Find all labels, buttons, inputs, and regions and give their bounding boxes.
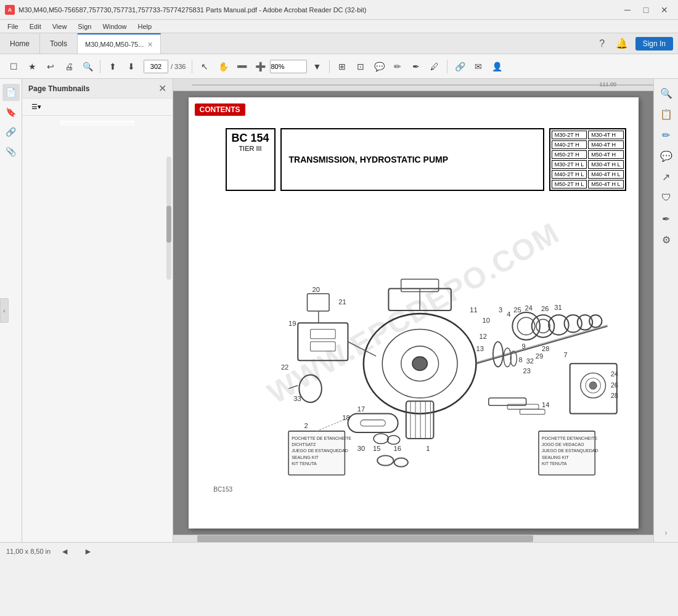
svg-rect-90 <box>360 420 385 426</box>
rp-export-icon[interactable]: ↗ <box>657 168 676 186</box>
model-m50-4thl: M50-4T H L <box>588 180 623 188</box>
user-button[interactable]: 👤 <box>488 58 505 75</box>
thumbnail-view-button[interactable]: ☰▾ <box>27 101 46 113</box>
expand-panel-handle[interactable]: › <box>665 529 668 537</box>
rp-accessibility-icon[interactable]: ✒ <box>657 209 676 228</box>
zoom-menu-button[interactable]: ▼ <box>308 58 325 75</box>
svg-text:29: 29 <box>535 352 542 360</box>
prev-page-button[interactable]: ⬆ <box>104 58 121 75</box>
fit-button[interactable]: ⊡ <box>352 58 369 75</box>
rp-comment-icon[interactable]: 💬 <box>657 147 676 165</box>
rp-tools-icon[interactable]: ⚙ <box>657 230 676 249</box>
svg-rect-101 <box>507 404 539 409</box>
pdf-page: WWW.EPCDEPO.COM CONTENTS BC 154 TIER III… <box>189 97 639 529</box>
notification-icon[interactable]: 🔔 <box>616 38 628 50</box>
thumb-img-299 <box>60 121 134 126</box>
svg-text:1: 1 <box>426 445 430 452</box>
svg-text:SEALING KIT: SEALING KIT <box>542 455 569 460</box>
svg-text:10: 10 <box>482 317 489 324</box>
help-icon[interactable]: ? <box>596 38 608 50</box>
menu-help[interactable]: Help <box>133 22 157 31</box>
svg-text:19: 19 <box>288 320 296 327</box>
svg-rect-26 <box>310 342 335 351</box>
email-button[interactable]: ✉ <box>470 58 487 75</box>
ruler-horizontal: 111.00 for(let i=0;i<50;i++){ document.c… <box>173 79 653 91</box>
toolbar: ☐ ★ ↩ 🖨 🔍 ⬆ ⬇ / 336 ↖ ✋ ➖ ➕ ▼ ⊞ ⊡ 💬 ✏ ✒ … <box>0 54 678 79</box>
bookmarks-icon[interactable]: 🔖 <box>2 103 20 121</box>
window-controls[interactable]: ─ □ ✕ <box>619 4 673 16</box>
rp-zoom-icon[interactable]: 🔍 <box>657 84 676 102</box>
tab-tools[interactable]: Tools <box>40 33 78 54</box>
window-title: M30,M40,M50-756587,757730,757731,757733-… <box>18 6 366 14</box>
stamp-button[interactable]: 🖊 <box>426 58 443 75</box>
mini-lines-299 <box>62 122 133 126</box>
tab-home[interactable]: Home <box>0 33 40 54</box>
tab-bar-right: ? 🔔 Sign In <box>596 33 678 54</box>
zoom-out-tool[interactable]: ➖ <box>233 58 250 75</box>
links-icon[interactable]: 🔗 <box>2 123 20 140</box>
svg-text:31: 31 <box>554 304 562 311</box>
close-tab-button[interactable]: × <box>147 39 152 49</box>
menu-sign[interactable]: Sign <box>73 22 96 31</box>
model-m40-4thl: M40-4T H L <box>588 170 623 179</box>
back-button[interactable]: ↩ <box>42 58 59 75</box>
svg-text:24: 24 <box>525 304 532 312</box>
zoom-in-tool[interactable]: ➕ <box>251 58 269 75</box>
svg-text:JUEGO DE ESTANQUEDAD: JUEGO DE ESTANQUEDAD <box>292 448 348 453</box>
attachments-icon[interactable]: 📎 <box>2 143 20 160</box>
print-button[interactable]: 🖨 <box>60 58 78 75</box>
share-button[interactable]: 🔗 <box>451 58 468 75</box>
rp-pages-icon[interactable]: 📋 <box>657 105 676 123</box>
collapse-sidebar-handle[interactable]: ‹ <box>0 298 9 323</box>
menu-window[interactable]: Window <box>97 22 131 31</box>
svg-text:KIT TENUTA: KIT TENUTA <box>542 461 567 466</box>
svg-point-53 <box>492 342 502 367</box>
bookmark-button[interactable]: ★ <box>23 58 41 75</box>
bc-header: BC 154 TIER III TRANSMISSION, HYDROSTATI… <box>226 128 626 191</box>
svg-text:25: 25 <box>513 306 521 314</box>
bc-desc-box: TRANSMISSION, HYDROSTATIC PUMP <box>280 128 544 191</box>
toolbar-sep-1 <box>100 60 100 73</box>
menu-file[interactable]: File <box>2 22 23 31</box>
model-m50-4th: M50-4T H <box>588 150 623 159</box>
comment-button[interactable]: 💬 <box>370 58 388 75</box>
sign-in-button[interactable]: Sign In <box>635 37 673 51</box>
viewer-content: WWW.EPCDEPO.COM CONTENTS BC 154 TIER III… <box>173 91 653 535</box>
new-file-button[interactable]: ☐ <box>5 58 22 75</box>
close-button[interactable]: ✕ <box>656 4 673 16</box>
sidebar-close-button[interactable]: ✕ <box>158 83 166 94</box>
minimize-button[interactable]: ─ <box>619 4 636 16</box>
page-number-input[interactable] <box>144 60 168 73</box>
cursor-tool[interactable]: ↖ <box>196 58 213 75</box>
scroll-left-btn[interactable]: ◄ <box>60 546 69 556</box>
bc-title: BC 154 <box>232 132 269 145</box>
rp-protect-icon[interactable]: 🛡 <box>657 188 676 207</box>
status-bar: 11,00 x 8,50 in ◄ ► <box>0 542 678 559</box>
svg-text:BC153: BC153 <box>213 486 232 493</box>
next-page-button[interactable]: ⬇ <box>123 58 140 75</box>
hand-tool[interactable]: ✋ <box>214 58 232 75</box>
rp-edit-icon[interactable]: ✏ <box>657 126 676 144</box>
menu-view[interactable]: View <box>47 22 72 31</box>
svg-text:20: 20 <box>312 286 319 293</box>
thumbnails-icon[interactable]: 📄 <box>2 84 20 101</box>
svg-rect-28 <box>307 294 329 311</box>
right-panel: 🔍 📋 ✏ 💬 ↗ 🛡 ✒ ⚙ › <box>653 79 678 542</box>
zoom-input[interactable] <box>270 60 307 73</box>
svg-text:11: 11 <box>470 306 477 314</box>
svg-text:28: 28 <box>542 345 549 352</box>
menu-edit[interactable]: Edit <box>25 22 46 31</box>
sign-button[interactable]: ✒ <box>407 58 425 75</box>
scroll-right-btn[interactable]: ► <box>84 546 92 556</box>
model-m30-2th: M30-2T H <box>552 131 587 139</box>
zoom-out-btn[interactable]: 🔍 <box>79 58 96 75</box>
horizontal-scrollbar[interactable] <box>173 535 653 542</box>
maximize-button[interactable]: □ <box>637 4 655 16</box>
adjust-button[interactable]: ⊞ <box>333 58 351 75</box>
tab-doc[interactable]: M30,M40,M50-75... × <box>78 33 161 54</box>
svg-text:12: 12 <box>479 333 486 340</box>
svg-rect-89 <box>348 413 398 432</box>
title-bar-left: A M30,M40,M50-756587,757730,757731,75773… <box>5 5 366 15</box>
highlight-button[interactable]: ✏ <box>389 58 406 75</box>
thumbnail-299[interactable]: 299 <box>25 121 170 126</box>
